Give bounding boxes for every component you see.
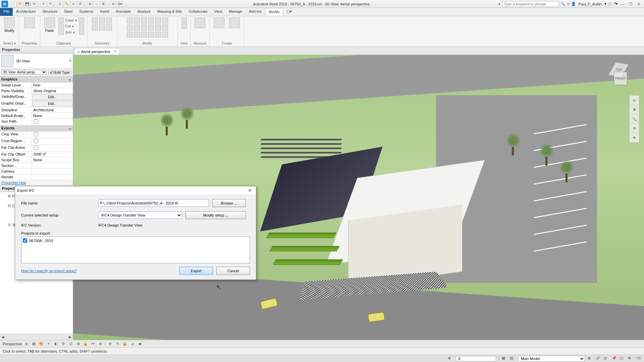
align-icon[interactable] [92,17,98,23]
tab-insert[interactable]: Insert [97,8,113,16]
edit-icon[interactable]: ✎ [115,341,120,347]
prop-row[interactable]: Crop Region ... [0,138,73,145]
qat-save-icon[interactable]: 💾 [24,1,30,7]
m7-icon[interactable] [127,24,133,31]
instance-select[interactable]: 3D View: Aerial persp [1,70,47,75]
reveal-icon[interactable]: 👁 [98,341,103,347]
qat-dim-icon[interactable]: ⊕ [87,1,93,7]
prop-row[interactable]: Far Clip Active [0,145,73,152]
prop-group-header[interactable]: Extents⌄ [0,125,73,131]
tree-item[interactable]: Lower Level [1,218,71,222]
sun-icon[interactable]: ☀ [46,341,51,347]
design-options-icon[interactable]: ⊞ [588,356,593,361]
select-links-icon[interactable]: 🔗 [596,356,601,361]
prop-value[interactable]: Edit... [32,101,72,107]
chevron-down-icon[interactable]: ▾ [69,59,71,63]
tree-item[interactable]: ⊟Ceiling Plans [1,203,71,208]
qat-sync-icon[interactable]: ⟲ [31,1,37,7]
qat-print-icon[interactable]: ⎙ [57,1,63,7]
user-name[interactable]: Paul_F_Aubin [577,2,603,6]
qat-open-icon[interactable]: 📂 [17,1,23,7]
qat-align-icon[interactable]: ≡ [70,1,76,7]
render-icon[interactable]: ⚙ [61,341,66,347]
tree-twisty-icon[interactable]: ⊞ [7,194,11,198]
tree-item[interactable]: {3D} [1,227,71,232]
prop-row[interactable]: Far Clip Offset1000' 0" [0,152,73,157]
editable-icon[interactable]: ▦ [502,356,507,361]
view-mode-label[interactable]: Perspective [3,342,22,346]
prop-value[interactable] [32,169,73,174]
prop-row[interactable]: Scope BoxNone [0,157,73,163]
join-button[interactable]: Join ▾ [58,29,77,35]
prop-row[interactable]: Default Analy...None [0,113,73,119]
view-tab-aerial[interactable]: ⌂ Aerial perspective ✕ [74,48,120,55]
info-icon[interactable]: ▸ [499,2,501,6]
prop-group-header[interactable]: Graphics⌄ [0,76,73,82]
drag-icon[interactable]: ✥ [628,356,633,361]
prop-checkbox[interactable] [34,132,38,136]
select-pinned-icon[interactable]: 📌 [612,356,617,361]
tree-twisty-icon[interactable]: ⊟ [7,203,11,208]
viewcube[interactable]: TOP FRONT [607,62,634,88]
m1-icon[interactable] [127,17,133,23]
prop-checkbox[interactable] [34,139,38,143]
tab-massing[interactable]: Massing & Site [154,8,185,16]
nav-look-icon[interactable]: 👁 [630,133,639,142]
m5-icon[interactable] [155,17,161,23]
prop-row[interactable]: Section... [0,163,73,169]
prop-row[interactable]: DisciplineArchitectural [0,107,73,113]
m2-icon[interactable] [134,17,140,23]
crop-show-icon[interactable]: ⊞ [75,341,81,347]
qat-new-icon[interactable]: ▫ [11,1,17,7]
prop-row[interactable]: Visibility/Grap...Edit... [0,94,73,101]
m14-icon[interactable] [134,32,140,38]
m3-icon[interactable] [141,17,147,23]
viewport-3d[interactable]: TOP FRONT ◎ ✥ 🔍 ⟲ 👁 [73,55,644,340]
tree-item[interactable]: Lower Level [1,198,71,203]
highlight-icon[interactable]: ◀ [137,341,142,347]
prop-row[interactable]: Graphic Displ...Edit... [0,101,73,107]
qat-switch-icon[interactable]: ⧉ [110,1,116,7]
workset-icon[interactable]: ⊕ [448,356,453,361]
tab-steel[interactable]: Steel [61,8,76,16]
unlock-icon[interactable]: 🔓 [83,341,88,347]
tab-file[interactable]: File [0,8,13,16]
prop-value[interactable]: None [32,157,73,163]
v2-icon[interactable] [181,23,187,29]
qat-close-icon[interactable]: ⊞▾ [117,1,123,7]
prop-value[interactable] [32,119,73,125]
m12-icon[interactable] [162,24,168,31]
prop-value[interactable]: Show Original [32,88,73,94]
tab-analyze[interactable]: Analyze [134,8,154,16]
tab-systems[interactable]: Systems [76,8,97,16]
prop-row[interactable]: Parts VisibilityShow Original [0,88,73,94]
prop-value[interactable] [32,145,73,151]
tree-item[interactable]: SECOND FLOOR [1,208,71,213]
prop-value[interactable] [32,174,73,180]
prop-row[interactable]: Camera [0,169,73,174]
modify-tool-button[interactable]: Modify [3,17,16,36]
m16-icon[interactable] [148,32,154,38]
tab-modify[interactable]: Modify [265,8,283,16]
scale-field[interactable] [456,356,496,361]
style-icon[interactable]: 🎨 [39,341,44,347]
m10-icon[interactable] [148,24,154,31]
m18-icon[interactable] [162,32,168,38]
prop-value[interactable]: 1000' 0" [32,152,73,157]
nav-zoom-icon[interactable]: 🔍 [630,114,639,124]
match-icon[interactable] [79,17,84,23]
prop-value[interactable] [32,138,73,144]
m6-icon[interactable] [162,17,168,23]
tab-extra-icon[interactable]: ▢▾ [283,8,295,16]
nav-orbit-icon[interactable]: ⟲ [630,124,639,133]
minimize-button[interactable]: — [619,1,626,7]
prop-row[interactable]: Detail LevelFine [0,82,73,88]
properties-help-link[interactable]: Properties help [0,180,73,185]
offset-icon[interactable] [99,17,105,23]
m13-icon[interactable] [127,32,133,38]
prop-checkbox[interactable] [34,119,38,124]
tree-item[interactable]: Sheet View 2 [1,232,71,237]
edit-type-button[interactable]: 🏷Edit Type [48,70,71,75]
prop-row[interactable]: Sun Path [0,119,73,125]
browser-scrollbar[interactable]: ◀▶ [0,334,73,340]
